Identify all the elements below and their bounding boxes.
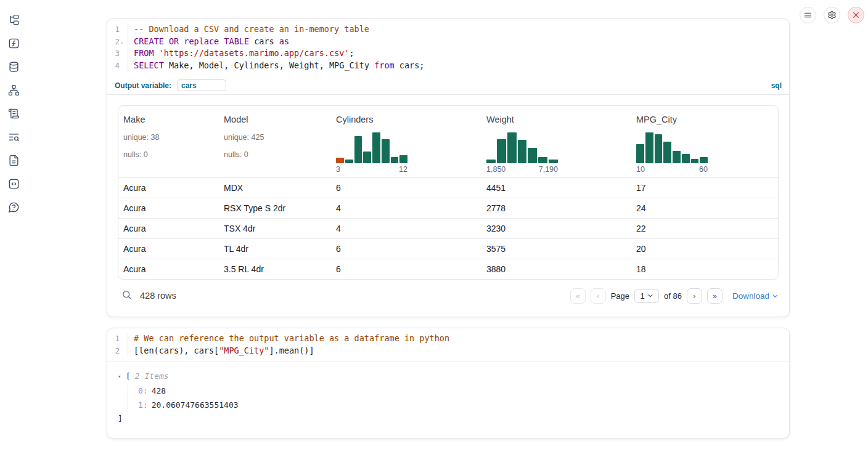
scratchpad-icon[interactable] bbox=[7, 107, 20, 119]
table-cell: RSX Type S 2dr bbox=[219, 203, 331, 213]
table-cell: 3575 bbox=[481, 244, 631, 254]
line-gutter: 3 bbox=[107, 47, 128, 60]
download-button[interactable]: Download bbox=[732, 291, 779, 301]
histogram-bar bbox=[354, 136, 362, 163]
marimo-notebook: 1-- Download a CSV and create an in-memo… bbox=[0, 0, 868, 449]
chevron-down-icon bbox=[772, 293, 779, 299]
code-line[interactable]: 2[len(cars), cars["MPG_City"].mean()] bbox=[107, 345, 789, 357]
code-text: FROM 'https://datasets.marimo.app/cars.c… bbox=[128, 47, 354, 60]
tree-entries: 0:4281:20.060747663551403 bbox=[128, 384, 789, 412]
python-code-editor[interactable]: 1# We can reference the output variable … bbox=[107, 328, 789, 362]
histogram-bar bbox=[497, 139, 506, 163]
table-cell: Acura bbox=[118, 203, 219, 213]
code-line[interactable]: 1-- Download a CSV and create an in-memo… bbox=[107, 23, 789, 36]
shutdown-button[interactable] bbox=[848, 7, 864, 23]
first-page-button[interactable]: « bbox=[570, 288, 586, 304]
line-gutter: 1 bbox=[107, 23, 128, 36]
file-explorer-icon[interactable] bbox=[7, 14, 20, 26]
line-number: 2 bbox=[115, 345, 120, 357]
histogram-bar bbox=[363, 152, 371, 163]
table-cell: 4451 bbox=[481, 183, 631, 193]
table-cell: 2778 bbox=[481, 203, 631, 213]
axis-max-label: 7,190 bbox=[539, 165, 558, 174]
column-stats: nulls: 0 bbox=[224, 150, 331, 160]
table-cell: MDX bbox=[219, 183, 331, 193]
histogram-bar bbox=[636, 144, 644, 163]
column-label[interactable]: MPG_City bbox=[636, 114, 778, 125]
code-line[interactable]: 4SELECT Make, Model, Cylinders, Weight, … bbox=[107, 60, 789, 72]
fold-chevron-icon[interactable]: ⌄ bbox=[120, 39, 126, 44]
line-gutter: 2⌄ bbox=[107, 36, 128, 48]
code-line[interactable]: 2⌄CREATE OR replace TABLE cars as bbox=[107, 36, 789, 48]
topbar bbox=[800, 7, 864, 23]
python-output-tree: ▾ [ 2 Items 0:4281:20.060747663551403 ] bbox=[107, 362, 789, 425]
histogram-bar bbox=[549, 160, 558, 163]
search-icon[interactable] bbox=[120, 289, 133, 302]
sql-output: Makeunique: 38nulls: 0Modelunique: 425nu… bbox=[107, 95, 789, 304]
table-cell: 4 bbox=[331, 203, 481, 213]
table-cell: 4 bbox=[331, 224, 481, 233]
language-badge: sql bbox=[771, 81, 782, 90]
code-line[interactable]: 3FROM 'https://datasets.marimo.app/cars.… bbox=[107, 47, 789, 60]
table-row: AcuraTSX 4dr4323022 bbox=[118, 218, 778, 238]
collapse-chevron-icon[interactable]: ▾ bbox=[118, 370, 126, 382]
snippets-icon[interactable] bbox=[7, 177, 20, 190]
documentation-icon[interactable] bbox=[7, 154, 20, 166]
histogram-bar bbox=[645, 132, 653, 163]
line-gutter: 1 bbox=[107, 333, 128, 345]
variables-icon[interactable] bbox=[7, 37, 20, 49]
page-label: Page bbox=[611, 291, 629, 301]
datasources-icon[interactable] bbox=[7, 60, 20, 73]
table-column-header: Makeunique: 38nulls: 0 bbox=[118, 114, 219, 174]
histogram-bar bbox=[382, 139, 390, 163]
next-page-button[interactable]: › bbox=[687, 288, 702, 304]
table-cell: 6 bbox=[331, 183, 481, 193]
histogram-bar bbox=[700, 157, 708, 163]
table-cell: 3230 bbox=[481, 224, 631, 233]
table-cell: 3880 bbox=[481, 264, 631, 274]
python-cell: 1# We can reference the output variable … bbox=[107, 328, 790, 439]
page-select[interactable]: 1 bbox=[634, 289, 659, 303]
tree-open-bracket: [ bbox=[126, 370, 131, 382]
histogram-axis: 1060 bbox=[636, 165, 708, 174]
tree-entry-key: 1: bbox=[138, 400, 148, 410]
line-number: 1 bbox=[115, 23, 120, 36]
table-cell: Acura bbox=[118, 244, 219, 254]
histogram-bar bbox=[682, 154, 690, 163]
prev-page-button[interactable]: ‹ bbox=[591, 288, 606, 304]
histogram-bar bbox=[399, 155, 407, 163]
output-variable-input[interactable] bbox=[177, 79, 226, 91]
axis-min-label: 10 bbox=[636, 165, 645, 174]
dependency-graph-icon[interactable] bbox=[7, 84, 20, 96]
column-label[interactable]: Make bbox=[123, 114, 219, 125]
sql-code-editor[interactable]: 1-- Download a CSV and create an in-memo… bbox=[107, 19, 789, 77]
pagination: « ‹ Page 1 of 86 › » bbox=[570, 288, 723, 304]
code-text: SELECT Make, Model, Cylinders, Weight, M… bbox=[128, 60, 424, 72]
axis-min-label: 1,850 bbox=[486, 165, 506, 174]
settings-button[interactable] bbox=[824, 7, 840, 23]
page-select-value: 1 bbox=[640, 291, 644, 301]
histogram-bar bbox=[391, 157, 399, 163]
help-icon[interactable] bbox=[7, 201, 20, 213]
table-cell: 22 bbox=[631, 224, 778, 233]
table-body: AcuraMDX6445117AcuraRSX Type S 2dr427782… bbox=[118, 177, 778, 279]
tree-entry-value: 20.060747663551403 bbox=[152, 400, 239, 410]
tree-entry: 1:20.060747663551403 bbox=[138, 398, 789, 413]
logs-icon[interactable] bbox=[7, 131, 20, 143]
last-page-button[interactable]: » bbox=[707, 288, 723, 304]
menu-button[interactable] bbox=[800, 7, 816, 23]
column-stats: unique: 425 bbox=[224, 132, 331, 143]
line-number: 2 bbox=[115, 36, 120, 48]
table-header: Makeunique: 38nulls: 0Modelunique: 425nu… bbox=[118, 106, 778, 177]
histogram-bar bbox=[663, 142, 671, 163]
histogram-bar bbox=[507, 132, 517, 163]
download-label: Download bbox=[732, 291, 769, 301]
histogram-bar bbox=[673, 151, 681, 163]
line-number: 4 bbox=[115, 60, 120, 72]
code-line[interactable]: 1# We can reference the output variable … bbox=[107, 333, 789, 345]
column-label[interactable]: Weight bbox=[486, 114, 631, 125]
chevron-down-icon bbox=[647, 293, 653, 299]
column-label[interactable]: Model bbox=[224, 114, 331, 125]
column-stats: unique: 38 bbox=[123, 132, 219, 143]
column-label[interactable]: Cylinders bbox=[336, 114, 481, 125]
